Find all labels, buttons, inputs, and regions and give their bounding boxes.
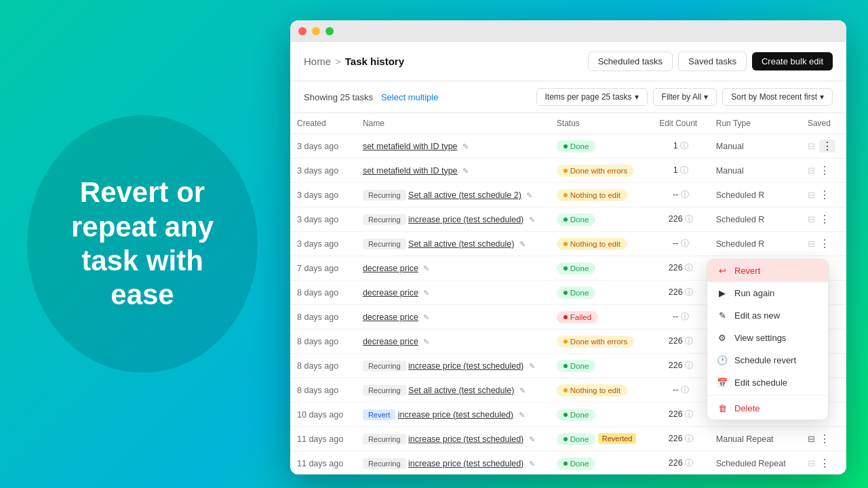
edit-pencil-icon[interactable]: ✎ [529,362,535,370]
col-header-run-type: Run Type [709,113,801,134]
chevron-down-icon: ▾ [820,92,824,102]
bookmark-icon[interactable]: ⊟ [808,458,815,468]
task-name-link[interactable]: decrease price [363,312,418,322]
edit-count-value: 1 [673,165,678,175]
task-name-link[interactable]: Set all active (test schedule) [408,239,514,249]
edit-pencil-icon[interactable]: ✎ [423,289,429,297]
cell-name: Recurring Set all active (test schedule)… [356,378,550,403]
bookmark-icon[interactable]: ⊟ [808,434,815,444]
create-bulk-edit-button[interactable]: Create bulk edit [752,52,833,70]
menu-item-label: Schedule revert [734,355,796,365]
task-name-link[interactable]: increase price (test scheduled) [408,215,524,224]
breadcrumb-current: Task history [345,56,404,67]
select-multiple-link[interactable]: Select multiple [381,92,439,102]
edit-pencil-icon[interactable]: ✎ [423,264,429,272]
more-options-icon[interactable]: ⋮ [819,140,835,152]
menu-item-edit-as-new[interactable]: ✎ Edit as new [707,304,828,327]
info-icon[interactable]: ⓘ [685,434,693,443]
edit-count-value: 226 [669,409,683,419]
edit-pencil-icon[interactable]: ✎ [529,216,535,224]
cell-status: Done Reverted [550,427,652,451]
maximize-dot[interactable] [326,27,334,35]
menu-item-run-again[interactable]: ▶ Run again [707,282,828,304]
info-icon[interactable]: ⓘ [685,263,693,272]
info-icon[interactable]: ⓘ [681,385,689,394]
saved-tasks-button[interactable]: Saved tasks [678,52,747,71]
filter-button[interactable]: Filter by All ▾ [653,88,717,106]
cell-name: set metafield with ID type ✎ [356,134,550,159]
edit-pencil-icon[interactable]: ✎ [529,435,535,443]
info-icon[interactable]: ⓘ [681,312,689,321]
task-name-link[interactable]: increase price (test scheduled) [408,361,524,371]
menu-item-schedule-revert[interactable]: 🕐 Schedule revert [707,349,828,371]
menu-item-icon: ▶ [717,288,728,298]
minimize-dot[interactable] [312,27,320,35]
more-options-icon[interactable]: ⋮ [819,188,830,201]
info-icon[interactable]: ⓘ [685,336,693,346]
bookmark-icon[interactable]: ⊟ [808,190,815,200]
task-name-link[interactable]: Set all active (test schedule 2) [408,190,521,200]
scheduled-tasks-button[interactable]: Scheduled tasks [588,52,673,71]
cell-created: 3 days ago [290,207,356,232]
edit-pencil-icon[interactable]: ✎ [526,191,532,199]
task-name-link[interactable]: decrease price [363,264,418,273]
task-name-link[interactable]: increase price (test scheduled) [398,410,513,420]
edit-pencil-icon[interactable]: ✎ [423,313,429,321]
task-name-link[interactable]: increase price (test scheduled) [408,459,524,468]
edit-pencil-icon[interactable]: ✎ [519,240,526,248]
info-icon[interactable]: ⓘ [685,361,693,370]
breadcrumb-home[interactable]: Home [304,56,331,67]
edit-pencil-icon[interactable]: ✎ [462,167,469,175]
edit-count-value: -- [673,239,678,248]
task-name-link[interactable]: set metafield with ID type [363,142,458,151]
menu-item-revert[interactable]: ↩ Revert [707,260,828,282]
status-dot [564,437,568,441]
info-icon[interactable]: ⓘ [685,409,693,419]
task-name-link[interactable]: increase price (test scheduled) [408,434,524,444]
info-icon[interactable]: ⓘ [680,141,688,150]
more-options-icon[interactable]: ⋮ [819,213,830,226]
table-row: 3 days agoset metafield with ID type ✎Do… [290,159,846,183]
task-name-link[interactable]: set metafield with ID type [363,166,458,176]
cell-name: Recurring Set all active (test schedule)… [356,232,550,256]
info-icon[interactable]: ⓘ [681,239,689,248]
edit-pencil-icon[interactable]: ✎ [423,338,429,346]
info-icon[interactable]: ⓘ [685,214,693,224]
status-badge: Nothing to edit [557,189,627,201]
bookmark-icon[interactable]: ⊟ [808,141,815,151]
edit-count-value: 226 [669,336,683,346]
more-options-icon[interactable]: ⋮ [819,432,830,445]
task-name-link[interactable]: decrease price [363,288,418,298]
close-dot[interactable] [298,27,307,35]
bookmark-icon[interactable]: ⊟ [808,239,815,249]
edit-pencil-icon[interactable]: ✎ [519,411,525,419]
edit-pencil-icon[interactable]: ✎ [462,142,469,150]
task-name-link[interactable]: decrease price [363,337,418,346]
items-per-page-button[interactable]: Items per page 25 tasks ▾ [536,88,648,106]
status-dot [564,315,568,319]
status-badge: Done [557,360,596,372]
info-icon[interactable]: ⓘ [685,287,693,297]
cell-edit-count: 226 ⓘ [652,329,709,354]
more-options-icon[interactable]: ⋮ [819,164,830,177]
status-dot [564,364,568,368]
more-options-icon[interactable]: ⋮ [819,457,830,470]
info-icon[interactable]: ⓘ [685,458,693,468]
bookmark-icon[interactable]: ⊟ [808,165,815,176]
edit-pencil-icon[interactable]: ✎ [529,460,535,468]
menu-item-delete[interactable]: 🗑 Delete [707,397,828,420]
info-icon[interactable]: ⓘ [680,165,688,175]
menu-item-view-settings[interactable]: ⚙ View settings [707,327,828,349]
action-icons: ⊟⋮ [808,213,840,226]
bookmark-icon[interactable]: ⊟ [808,214,815,224]
info-icon[interactable]: ⓘ [681,190,689,199]
more-options-icon[interactable]: ⋮ [819,237,830,250]
edit-count-value: 1 [673,141,678,150]
cell-run-type: Manual Repeat [709,427,801,451]
cell-status: Failed [550,305,652,329]
sort-button[interactable]: Sort by Most recent first ▾ [722,88,833,106]
edit-pencil-icon[interactable]: ✎ [519,386,526,394]
task-name-link[interactable]: Set all active (test schedule) [408,386,514,395]
menu-item-edit-schedule[interactable]: 📅 Edit schedule [707,371,828,394]
menu-divider [707,395,828,396]
